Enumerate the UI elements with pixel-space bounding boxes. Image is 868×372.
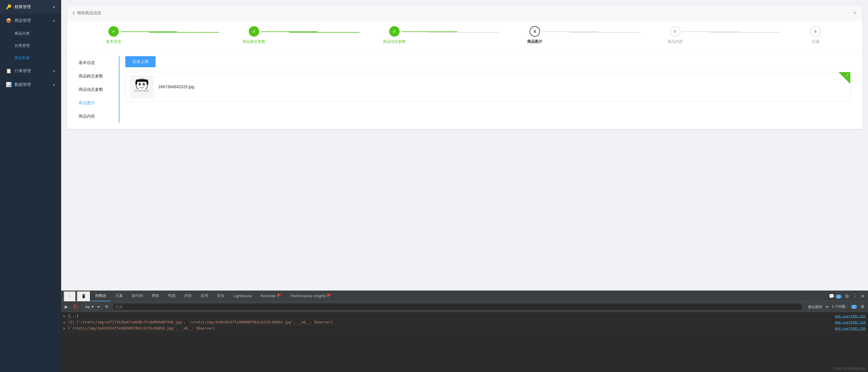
console-frame-select[interactable]: top ▼ [82, 304, 101, 310]
console-text-2: (2) ['/static/img/e2f272b2be6f1d6d0c7fc0… [68, 320, 333, 324]
step-nav-content[interactable]: 商品内容 [73, 110, 119, 123]
step-nav-basic[interactable]: 基本信息 [73, 56, 119, 70]
sidebar-item-cat-mgmt[interactable]: 分类管理 [0, 40, 61, 52]
sidebar-item-order[interactable]: 📋 订单管理 ∨ [0, 64, 61, 78]
console-text-1: {...} [68, 314, 79, 318]
image-filename: 1667384842025.jpg [158, 84, 194, 89]
console-link-1[interactable]: Add.vue?4381:162 [835, 314, 866, 318]
console-expand-1[interactable]: ▶ [63, 314, 65, 318]
sidebar-item-goods-list[interactable]: 商品列表 [0, 52, 61, 64]
step-6: 6 完成 [780, 26, 850, 44]
devtools-tab-performance[interactable]: 性能 [164, 291, 180, 301]
console-clear-icon[interactable]: 🚫 [72, 304, 80, 310]
sidebar-item-goods[interactable]: 📦 商品管理 ∧ [0, 14, 61, 27]
sidebar-item-data-label: 数据管理 [14, 82, 31, 87]
console-line-3: ▶ ['/static/img/3a9439247fa30899078b1cb1… [63, 326, 866, 332]
step-5-label: 商品内容 [668, 39, 683, 44]
data-arrow: ∨ [53, 83, 55, 87]
upload-button[interactable]: 点击上传 [125, 56, 156, 67]
step-nav: 基本信息 商品静态参数 商品动态参数 商品图片 商品内容 [73, 56, 119, 123]
console-expand-2[interactable]: ▶ [63, 320, 65, 324]
goods-icon: 📦 [6, 18, 12, 23]
step-nav-dynamic[interactable]: 商品动态参数 [73, 83, 119, 96]
console-filter-input[interactable] [113, 303, 802, 310]
panel-header: ℹ 增加商品信息 × [67, 6, 862, 21]
console-level-select[interactable]: 默认级别 [805, 304, 830, 310]
svg-rect-5 [147, 81, 148, 85]
goods-arrow: ∧ [53, 19, 55, 23]
devtools-settings-icon[interactable]: ⚙ [844, 292, 850, 300]
step-nav-static[interactable]: 商品静态参数 [73, 70, 119, 83]
console-eye-icon[interactable]: 👁 [103, 304, 110, 310]
devtools-tab-perf-insights[interactable]: Performance insights 🚩 [287, 291, 336, 301]
sidebar-catmgmt-label: 分类管理 [14, 43, 30, 48]
step-5-circle: 5 [670, 26, 680, 37]
order-arrow: ∨ [53, 69, 55, 73]
auth-arrow: ∨ [53, 5, 55, 9]
devtools-tab-network[interactable]: 网络 [148, 291, 163, 301]
console-expand-3[interactable]: ▶ [63, 326, 65, 330]
devtools-tab-lighthouse[interactable]: Lighthouse [229, 291, 256, 301]
devtools-tab-application[interactable]: 应用 [196, 291, 212, 301]
console-settings-icon[interactable]: ⚙ [859, 303, 866, 311]
step-4: 4 商品图片 [499, 26, 570, 44]
console-line-1: ▶ {...} Add.vue?4381:162 [63, 313, 866, 319]
console-line-2: ▶ (2) ['/static/img/e2f272b2be6f1d6d0c7f… [63, 319, 866, 326]
sidebar-goodslist-label: 商品列表 [14, 56, 30, 60]
devtools-tab-elements[interactable]: 元素 [111, 291, 127, 301]
devtools-tab-recorder[interactable]: Recorder 🚩 [257, 291, 286, 301]
order-icon: 📋 [6, 68, 12, 74]
panel-title: 增加商品信息 [77, 10, 101, 16]
step-6-label: 完成 [812, 39, 819, 44]
svg-point-8 [140, 83, 141, 84]
svg-point-9 [144, 83, 145, 84]
step-3-label: 商品动态参数 [383, 39, 406, 44]
image-check-mark [839, 72, 850, 84]
devtools-tab-device[interactable]: 📱 [76, 291, 91, 301]
step-1-circle: ✓ [108, 26, 119, 37]
step-1-label: 基本信息 [106, 39, 121, 44]
devtools-more-icon[interactable]: ⋮ [851, 292, 858, 300]
svg-rect-4 [135, 81, 137, 85]
sidebar-item-category[interactable]: 商品分类 [0, 27, 61, 40]
console-link-3[interactable]: Add.vue?4381:166 [835, 327, 866, 330]
devtools-tab-console[interactable]: 控制台 [91, 291, 111, 301]
devtools-tab-cursor[interactable]: ↖ [63, 291, 76, 301]
console-text-3: ['/static/img/3a9439247fa30899078b1cb135… [68, 326, 215, 330]
console-output: ▶ {...} Add.vue?4381:162 ▶ (2) ['/static… [61, 312, 868, 372]
step-nav-image[interactable]: 商品图片 [73, 96, 119, 110]
step-1: ✓ 基本信息 [79, 26, 149, 44]
devtools-messages-icon[interactable]: 💬1 [828, 292, 843, 300]
sidebar-item-order-label: 订单管理 [14, 68, 31, 74]
step-4-circle: 4 [530, 26, 540, 37]
devtools-close-icon[interactable]: ✕ [860, 292, 866, 300]
sidebar-item-data[interactable]: 📊 数据管理 ∨ [0, 78, 61, 91]
image-item: 我这么帅是不会骗你的 1667384842025.jpg [125, 72, 850, 102]
data-icon: 📊 [6, 82, 12, 87]
step-3-circle: ✓ [389, 26, 400, 37]
sidebar-item-auth-label: 权限管理 [14, 4, 31, 10]
svg-point-10 [141, 85, 143, 86]
devtools-tab-security[interactable]: 安全 [213, 291, 229, 301]
step-content: 基本信息 商品静态参数 商品动态参数 商品图片 商品内容 点击上传 [67, 50, 862, 129]
step-2-label: 商品静态参数 [243, 39, 265, 44]
info-icon: ℹ [73, 10, 74, 16]
step-5: 5 商品内容 [640, 26, 710, 44]
svg-rect-3 [136, 79, 148, 82]
devtools-panel: ↖ 📱 控制台 元素 源代码 网络 性能 内存 应用 安全 Lighthouse… [61, 291, 868, 372]
main-content: ℹ 增加商品信息 × ✓ 基本信息 ✓ 商品静态参 [61, 0, 868, 291]
panel-close-icon[interactable]: × [853, 10, 856, 16]
console-toolbar: ▶ 🚫 top ▼ 👁 默认级别 1 个问题： 1 ⚙ [61, 302, 868, 312]
devtools-tab-sources[interactable]: 源代码 [128, 291, 147, 301]
sidebar-item-auth[interactable]: 🔑 权限管理 ∨ [0, 0, 61, 14]
sidebar-category-label: 商品分类 [14, 31, 30, 35]
step-2-circle: ✓ [249, 26, 259, 37]
sidebar-item-goods-label: 商品管理 [14, 18, 31, 23]
console-run-icon[interactable]: ▶ [63, 304, 69, 310]
devtools-tab-memory[interactable]: 内存 [180, 291, 196, 301]
step-form: 点击上传 [119, 56, 856, 123]
add-product-panel: ℹ 增加商品信息 × ✓ 基本信息 ✓ 商品静态参 [67, 6, 862, 129]
step-2: ✓ 商品静态参数 [219, 26, 289, 44]
console-link-2[interactable]: Add.vue?4381:163 [835, 320, 866, 324]
auth-icon: 🔑 [6, 4, 12, 10]
